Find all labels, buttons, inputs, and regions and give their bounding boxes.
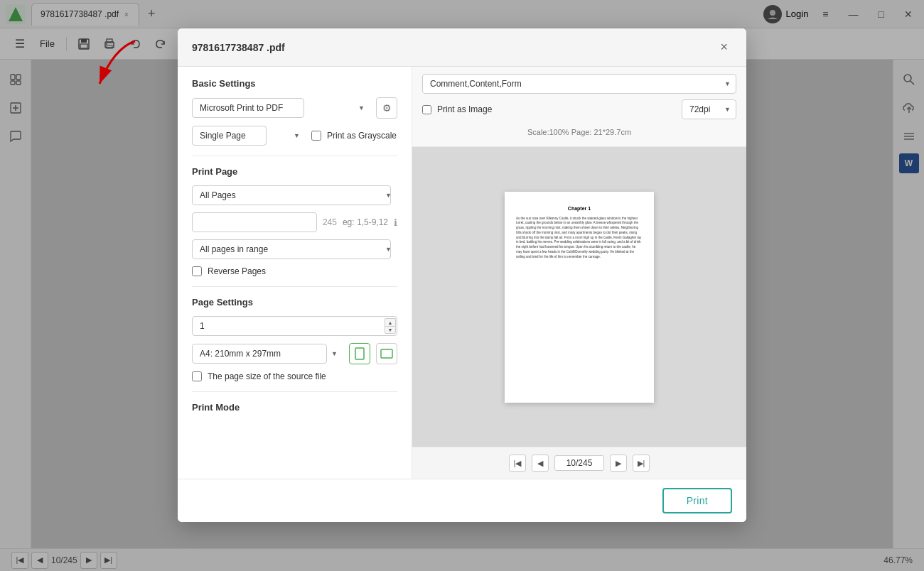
page-size-select[interactable]: A4: 210mm x 297mm A3: 297mm x 420mm Lett… — [192, 344, 327, 364]
print-mode-title: Print Mode — [192, 402, 397, 413]
copies-row: ▲ ▼ — [192, 316, 397, 336]
content-type-wrapper: Comment,Content,Form Content Only Commen… — [422, 74, 736, 94]
reverse-pages-checkbox[interactable] — [192, 266, 202, 276]
page-subset-row: All pages in range Odd pages only Even p… — [192, 239, 397, 259]
print-as-image-label: Print as Image — [437, 104, 492, 114]
page-layout-row: Single Page Two Pages Print as Grayscale — [192, 126, 397, 146]
page-size-select-wrapper: A4: 210mm x 297mm A3: 297mm x 420mm Lett… — [192, 344, 343, 364]
dialog-footer: Print — [178, 479, 746, 522]
page-count: 245 — [323, 217, 337, 227]
page-layout-select[interactable]: Single Page Two Pages — [192, 126, 267, 146]
chapter-title: Chapter 1 — [516, 206, 643, 211]
preview-area: Chapter 1 As the sun rose over Kilkenny … — [412, 147, 746, 447]
page-preview: Chapter 1 As the sun rose over Kilkenny … — [505, 192, 654, 403]
divider-2 — [192, 286, 397, 287]
preview-panel: Comment,Content,Form Content Only Commen… — [412, 67, 746, 479]
copies-spinners: ▲ ▼ — [385, 318, 396, 334]
divider-1 — [192, 156, 397, 156]
svg-rect-24 — [381, 349, 392, 358]
printer-settings-button[interactable]: ⚙ — [376, 97, 397, 119]
dpi-select[interactable]: 72dpi 150dpi 300dpi — [682, 99, 736, 119]
copies-input[interactable] — [192, 316, 397, 336]
preview-last-page-button[interactable]: ▶| — [633, 455, 650, 472]
page-subset-wrapper: All pages in range Odd pages only Even p… — [192, 239, 397, 259]
page-size-row: A4: 210mm x 297mm A3: 297mm x 420mm Lett… — [192, 343, 397, 364]
copies-wrapper: ▲ ▼ — [192, 316, 397, 336]
copies-down-button[interactable]: ▼ — [385, 326, 396, 334]
page-range-type-wrapper: All Pages Current Page Custom Range — [192, 185, 397, 205]
landscape-button[interactable] — [376, 343, 397, 364]
reverse-pages-row: Reverse Pages — [192, 266, 397, 276]
preview-prev-page-button[interactable]: ◀ — [532, 455, 549, 472]
print-as-image-row: Print as Image 72dpi 150dpi 300dpi — [422, 99, 736, 119]
preview-top-row: Comment,Content,Form Content Only Commen… — [422, 74, 736, 94]
grayscale-row: Print as Grayscale — [311, 131, 397, 141]
print-as-image-checkbox[interactable] — [422, 105, 431, 114]
source-file-size-label: The page size of the source file — [208, 371, 326, 381]
reverse-pages-label: Reverse Pages — [208, 266, 266, 276]
settings-panel: Basic Settings Microsoft Print to PDF Ad… — [178, 67, 412, 479]
divider-3 — [192, 391, 397, 392]
grayscale-label: Print as Grayscale — [327, 131, 397, 141]
dialog-title: 9781617738487 .pdf — [192, 42, 285, 53]
page-subset-select[interactable]: All pages in range Odd pages only Even p… — [192, 239, 391, 259]
preview-text: As the sun rose over Kilkenny Castle, it… — [516, 217, 643, 260]
source-file-size-row: The page size of the source file — [192, 371, 397, 381]
dialog-header: 9781617738487 .pdf × — [178, 28, 746, 67]
content-type-select[interactable]: Comment,Content,Form Content Only Commen… — [422, 74, 736, 94]
basic-settings-title: Basic Settings — [192, 78, 397, 89]
copies-up-button[interactable]: ▲ — [385, 318, 396, 326]
dialog-close-button[interactable]: × — [716, 38, 732, 56]
print-button-dialog[interactable]: Print — [662, 488, 732, 513]
dialog-overlay: 9781617738487 .pdf × Basic Settings Micr… — [0, 0, 924, 571]
page-layout-select-wrapper: Single Page Two Pages — [192, 126, 306, 146]
preview-page-input[interactable] — [554, 455, 604, 471]
page-range-row: 1-245 245 eg: 1,5-9,12 ℹ — [192, 212, 397, 232]
printer-row: Microsoft Print to PDF Adobe PDF ⚙ — [192, 97, 397, 119]
preview-scale-info: Scale:100% Page: 21*29.7cm — [422, 125, 736, 139]
svg-rect-23 — [355, 348, 364, 359]
source-file-size-checkbox[interactable] — [192, 371, 202, 381]
dpi-select-wrapper: 72dpi 150dpi 300dpi — [682, 99, 736, 119]
preview-toolbar: Comment,Content,Form Content Only Commen… — [412, 67, 746, 147]
info-icon: ℹ — [394, 217, 397, 228]
preview-next-page-button[interactable]: ▶ — [610, 455, 627, 472]
page-settings-title: Page Settings — [192, 297, 397, 308]
print-page-title: Print Page — [192, 166, 397, 177]
grayscale-checkbox[interactable] — [311, 131, 321, 141]
preview-nav: |◀ ◀ ▶ ▶| — [412, 447, 746, 479]
preview-first-page-button[interactable]: |◀ — [509, 455, 526, 472]
printer-select[interactable]: Microsoft Print to PDF Adobe PDF — [192, 98, 304, 118]
page-range-input[interactable]: 1-245 — [192, 212, 317, 232]
print-dialog: 9781617738487 .pdf × Basic Settings Micr… — [178, 28, 746, 522]
page-range-hint: eg: 1,5-9,12 — [343, 217, 388, 227]
dialog-body: Basic Settings Microsoft Print to PDF Ad… — [178, 67, 746, 479]
page-range-type-row: All Pages Current Page Custom Range — [192, 185, 397, 205]
page-range-type-select[interactable]: All Pages Current Page Custom Range — [192, 185, 391, 205]
printer-select-wrapper: Microsoft Print to PDF Adobe PDF — [192, 98, 370, 118]
portrait-button[interactable] — [349, 343, 370, 364]
